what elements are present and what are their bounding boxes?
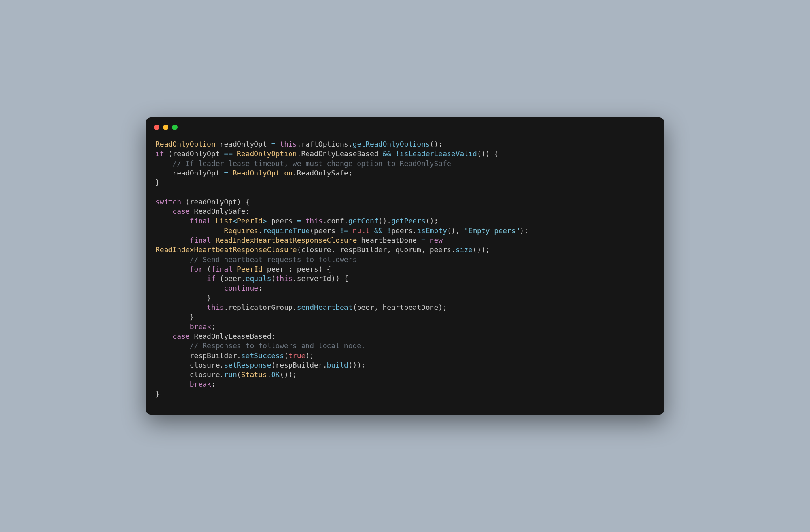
code-token: readOnlyOpt bbox=[172, 149, 220, 158]
code-token: peer bbox=[267, 265, 284, 273]
code-token: ) bbox=[237, 198, 241, 206]
code-token: ; bbox=[434, 217, 439, 225]
code-token: && bbox=[382, 149, 391, 158]
code-token: case bbox=[172, 332, 189, 340]
code-token: . bbox=[297, 149, 301, 158]
code-token: ( bbox=[271, 274, 276, 283]
code-token: replicatorGroup bbox=[228, 303, 293, 311]
code-token: getReadOnlyOptions bbox=[353, 140, 430, 148]
code-token: ; bbox=[293, 370, 297, 379]
code-token: peers bbox=[314, 226, 335, 235]
code-token: "Empty peers" bbox=[464, 226, 520, 235]
window-titlebar bbox=[146, 117, 664, 132]
code-token: . bbox=[237, 351, 241, 360]
code-token: ReadOnlyLeaseBased bbox=[194, 332, 271, 340]
code-token: ( bbox=[185, 198, 190, 206]
code-token: ; bbox=[258, 284, 263, 292]
code-token: peers bbox=[430, 245, 451, 254]
code-token: = bbox=[224, 169, 228, 177]
code-token: () bbox=[473, 245, 481, 254]
code-token: , bbox=[456, 226, 460, 235]
code-token: ) bbox=[331, 274, 335, 283]
code-token: run bbox=[224, 370, 237, 379]
code-token: peer bbox=[224, 274, 241, 283]
code-token: { bbox=[494, 149, 498, 158]
code-token: ( bbox=[220, 274, 224, 283]
code-token: () bbox=[447, 226, 456, 235]
code-token: . bbox=[323, 217, 327, 225]
code-token: . bbox=[293, 274, 297, 283]
code-token: . bbox=[293, 169, 297, 177]
code-token: . bbox=[413, 226, 417, 235]
code-token: . bbox=[241, 274, 246, 283]
code-token: ) bbox=[481, 245, 486, 254]
code-token: ) bbox=[288, 370, 293, 379]
code-token: closure bbox=[301, 245, 331, 254]
code-token: true bbox=[288, 351, 305, 360]
code-token: ReadIndexHeartbeatResponseClosure bbox=[216, 236, 357, 244]
maximize-icon[interactable] bbox=[172, 125, 178, 130]
code-token: > bbox=[263, 217, 267, 225]
code-comment: // If leader lease timeout, we must chan… bbox=[172, 159, 451, 168]
code-token: , bbox=[374, 303, 379, 311]
code-token: { bbox=[246, 198, 250, 206]
code-token: , bbox=[387, 245, 391, 254]
code-token: . bbox=[323, 361, 327, 369]
code-token: peers bbox=[391, 226, 413, 235]
code-token: != bbox=[340, 226, 348, 235]
code-token: ; bbox=[211, 380, 216, 388]
code-token: ; bbox=[348, 169, 353, 177]
code-token: if bbox=[155, 149, 164, 158]
code-token: serverId bbox=[297, 274, 331, 283]
code-token: ReadOnlySafe bbox=[297, 169, 348, 177]
code-token: . bbox=[344, 217, 348, 225]
code-token: respBuilder bbox=[275, 361, 322, 369]
code-token: equals bbox=[246, 274, 271, 283]
code-token: () bbox=[348, 361, 357, 369]
code-token: : bbox=[288, 265, 293, 273]
code-token: () bbox=[379, 217, 387, 225]
close-icon[interactable] bbox=[154, 125, 159, 130]
code-comment: // Send heartbeat requests to followers bbox=[190, 255, 357, 264]
code-token: PeerId bbox=[237, 265, 263, 273]
code-area: ReadOnlyOption readOnlyOpt = this.raftOp… bbox=[146, 132, 664, 415]
code-token: = bbox=[297, 217, 301, 225]
code-token: requireTrue bbox=[263, 226, 310, 235]
code-token: closure bbox=[190, 370, 220, 379]
code-token: ) bbox=[318, 265, 323, 273]
code-token: ReadIndexHeartbeatResponseClosure bbox=[155, 245, 297, 254]
code-token: conf bbox=[327, 217, 344, 225]
code-token: respBuilder bbox=[340, 245, 387, 254]
code-token: case bbox=[172, 207, 189, 215]
code-token: ReadOnlySafe bbox=[194, 207, 246, 215]
code-token: . bbox=[348, 140, 353, 148]
code-token: ) bbox=[305, 351, 310, 360]
code-token: . bbox=[267, 370, 271, 379]
code-token: () bbox=[280, 370, 288, 379]
code-window: ReadOnlyOption readOnlyOpt = this.raftOp… bbox=[146, 117, 664, 415]
code-token: continue bbox=[224, 284, 258, 292]
code-token: peers bbox=[297, 265, 318, 273]
code-token: ReadOnlyLeaseBased bbox=[301, 149, 379, 158]
code-token: ; bbox=[438, 140, 443, 148]
code-token: && bbox=[374, 226, 383, 235]
code-token: readOnlyOpt bbox=[220, 140, 267, 148]
code-token: ( bbox=[310, 226, 314, 235]
code-token: this bbox=[207, 303, 224, 311]
minimize-icon[interactable] bbox=[163, 125, 168, 130]
code-token: < bbox=[233, 217, 237, 225]
code-token: peers bbox=[271, 217, 293, 225]
code-token: null bbox=[353, 226, 370, 235]
code-token: peer bbox=[357, 303, 374, 311]
code-token: () bbox=[477, 149, 486, 158]
code-token: OK bbox=[271, 370, 280, 379]
code-token: . bbox=[220, 370, 224, 379]
code-token: final bbox=[190, 217, 211, 225]
code-token: ReadOnlyOption bbox=[233, 169, 293, 177]
code-token: == bbox=[224, 149, 233, 158]
code-token: ; bbox=[211, 323, 216, 331]
code-token: () bbox=[430, 140, 439, 148]
code-token: build bbox=[327, 361, 348, 369]
code-token: getConf bbox=[348, 217, 379, 225]
code-token: readOnlyOpt bbox=[172, 169, 220, 177]
